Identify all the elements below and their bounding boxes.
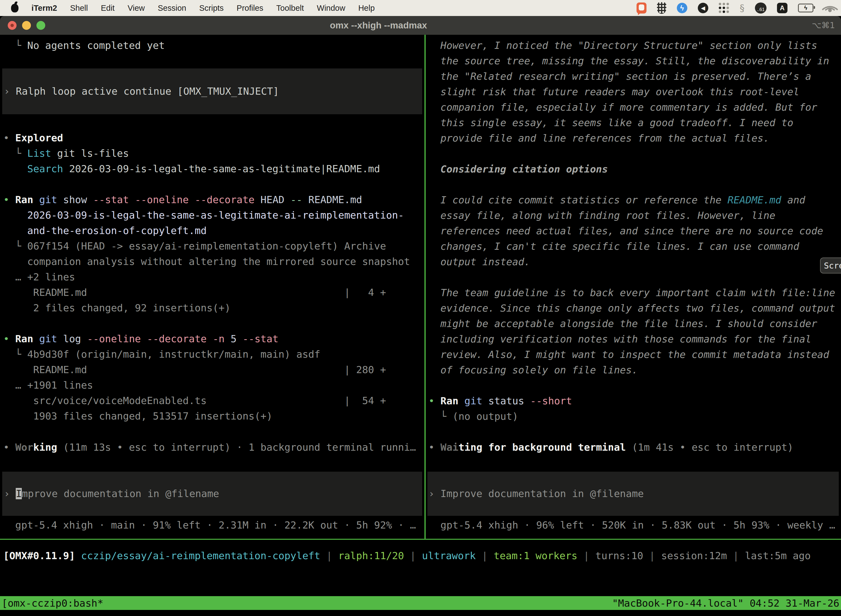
text-segment: Ralph loop active continue [OMX_TMUX_INJ… — [16, 85, 279, 97]
text-segment: src/voice/voiceModeEnabled.ts | 54 + — [3, 395, 386, 406]
text-segment: might be acceptable alongside the file l… — [428, 318, 817, 329]
terminal-line: changes, I can't cite specific file line… — [428, 239, 835, 254]
screen-record-icon[interactable] — [637, 3, 646, 13]
text-segment: 5 — [224, 333, 243, 345]
terminal-line: slight risk that future readers may over… — [428, 84, 835, 100]
left-pane-prompt-input[interactable]: › Improve documentation in @filename — [2, 472, 422, 516]
menu-item-help[interactable]: Help — [358, 4, 375, 13]
right-pane-status-line: gpt-5.4 xhigh · 96% left · 520K in · 5.8… — [428, 518, 835, 533]
battery-charging-icon[interactable]: ϟ — [798, 4, 813, 12]
right-pane-prompt-input[interactable]: › Improve documentation in @filename — [428, 472, 839, 516]
arc-browser-icon[interactable]: ◀ — [698, 3, 708, 13]
prompt-placeholder: Improve documentation in @filename — [440, 488, 644, 499]
text-segment: • — [3, 333, 15, 345]
text-segment: review. Also, I might want to inspect th… — [428, 349, 829, 360]
text-segment: status — [482, 395, 530, 406]
menu-item-view[interactable]: View — [127, 4, 145, 13]
text-segment: README.md | 280 + — [3, 364, 386, 375]
squiggle-icon[interactable]: § — [740, 3, 744, 13]
terminal-line: companion analysis without altering the … — [3, 254, 410, 269]
terminal-line: and-the-erosion-of-copyleft.md — [3, 223, 410, 238]
wifi-icon[interactable] — [824, 4, 836, 12]
text-segment: ultrawork — [422, 550, 476, 561]
text-segment: • — [428, 395, 440, 406]
pane-divider-vertical[interactable] — [424, 35, 426, 539]
shield-grid-icon[interactable] — [657, 2, 666, 14]
terminal-line: └ List git ls-files — [3, 146, 410, 161]
text-segment: and-the-erosion-of-copyleft.md — [3, 225, 207, 236]
text-segment: └ — [3, 349, 27, 360]
text-segment: | — [476, 550, 494, 561]
menu-item-app-name[interactable]: iTerm2 — [31, 4, 57, 13]
dots-grid-icon[interactable] — [719, 3, 729, 13]
apple-logo-icon[interactable] — [11, 4, 19, 12]
menu-item-toolbelt[interactable]: Toolbelt — [276, 4, 304, 13]
menu-item-scripts[interactable]: Scripts — [199, 4, 224, 13]
close-button[interactable] — [8, 21, 16, 30]
terminal-line: However, I noticed the "Directory Struct… — [428, 38, 835, 53]
text-segment: companion file, especially if more comme… — [428, 101, 817, 113]
text-cursor: I — [16, 488, 22, 499]
text-segment: | — [643, 550, 661, 561]
terminal-line: • Ran git log --oneline --decorate -n 5 … — [3, 331, 410, 347]
text-segment: 067f154 (HEAD -> essay/ai-reimplementati… — [27, 241, 386, 252]
text-segment: the "Related research writing" section i… — [428, 70, 811, 82]
blue-bolt-icon[interactable]: ϟ — [677, 3, 687, 13]
text-segment — [129, 194, 135, 205]
menu-item-shell[interactable]: Shell — [70, 4, 88, 13]
text-segment — [207, 333, 213, 345]
terminal-line: the source tree, missing the essay. Stil… — [428, 53, 835, 69]
text-segment: --decorate — [195, 194, 255, 205]
minimize-button[interactable] — [22, 21, 31, 30]
screen-overlay-tab[interactable]: Scre — [820, 258, 841, 273]
tmux-session-window: [omx-cczip0:bash* — [1, 597, 103, 609]
text-segment — [189, 194, 195, 205]
text-segment: • — [3, 441, 15, 453]
text-segment: show — [57, 194, 93, 205]
left-pane-transcript: • Explored └ List git ls-files Search 20… — [3, 130, 410, 424]
text-segment: [OMX#0.11.9] — [3, 550, 75, 561]
text-segment: README.md — [728, 194, 781, 205]
text-segment: README.md — [302, 194, 362, 205]
text-segment: --short — [530, 395, 572, 406]
text-segment: 2026-03-09-is-legal-the-same-as-legitima… — [63, 163, 380, 175]
terminal-line: 2026-03-09-is-legal-the-same-as-legitima… — [3, 208, 410, 223]
input-source-icon[interactable]: A — [777, 3, 787, 13]
macos-menu-bar: iTerm2 ShellEditViewSessionScriptsProfil… — [0, 0, 841, 16]
menu-item-session[interactable]: Session — [158, 4, 186, 13]
text-segment: slight risk that future readers may over… — [428, 86, 799, 97]
text-segment: the source tree, missing the essay. Stil… — [428, 55, 829, 66]
terminal-line — [428, 270, 835, 285]
terminal-line: • Explored — [3, 130, 410, 146]
text-segment: and — [781, 194, 806, 205]
terminal-line: of focusing solely on file lines. — [428, 362, 835, 378]
menu-item-edit[interactable]: Edit — [101, 4, 114, 13]
prompt-chevron: › — [4, 488, 16, 499]
text-segment: --decorate — [147, 333, 207, 345]
terminal-line: 2 files changed, 92 insertions(+) — [3, 300, 410, 316]
terminal-line: output instead. — [428, 254, 835, 270]
text-segment: ralph:11/20 — [338, 550, 404, 561]
text-segment: session:12m — [661, 550, 727, 561]
terminal-line: might be acceptable alongside the file l… — [428, 316, 835, 331]
left-pane-inject-box[interactable]: › Ralph loop active continue [OMX_TMUX_I… — [2, 69, 422, 114]
badge-61-icon[interactable]: ..61 — [755, 3, 766, 13]
menu-item-window[interactable]: Window — [317, 4, 345, 13]
left-pane-agents-note: └ No agents completed yet — [3, 38, 165, 53]
terminal-line: README.md | 4 + — [3, 285, 410, 300]
text-segment: Ran — [440, 395, 464, 406]
text-segment: Considering citation options — [428, 163, 608, 175]
menu-item-profiles[interactable]: Profiles — [237, 4, 264, 13]
terminal-line: provide file and line references from th… — [428, 131, 835, 146]
text-segment: | — [727, 550, 745, 561]
menu-bar-left: iTerm2 ShellEditViewSessionScriptsProfil… — [0, 4, 375, 13]
terminal-line — [3, 316, 410, 331]
text-segment: -n — [213, 333, 224, 345]
text-segment: | — [320, 550, 338, 561]
terminal-line: └ 067f154 (HEAD -> essay/ai-reimplementa… — [3, 238, 410, 254]
text-segment: git — [39, 194, 57, 205]
zoom-button[interactable] — [37, 21, 45, 30]
terminal-line: … +1901 lines — [3, 378, 410, 393]
terminal-line: [OMX#0.11.9] cczip/essay/ai-reimplementa… — [3, 548, 811, 563]
terminal-line: review. Also, I might want to inspect th… — [428, 347, 835, 362]
